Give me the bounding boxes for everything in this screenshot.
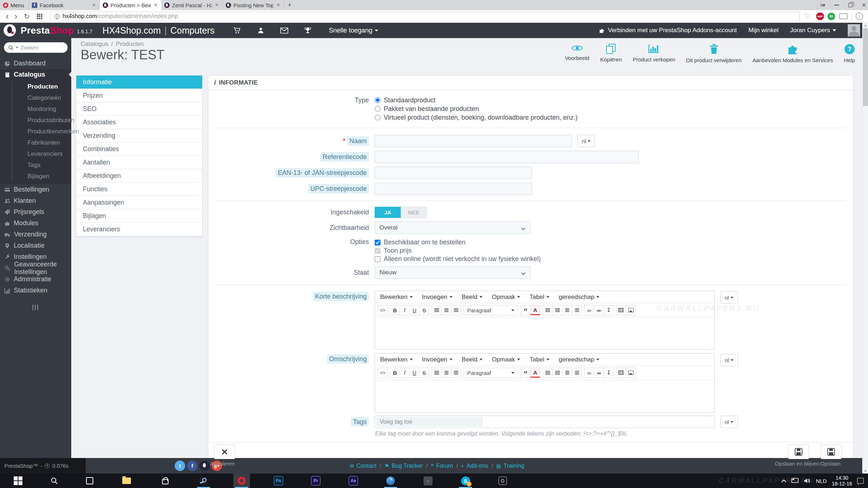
user-menu[interactable]: Joran Cuypers	[790, 27, 836, 34]
toggle-nee[interactable]: NEE	[401, 207, 427, 218]
source-code-button[interactable]: </>	[378, 305, 388, 315]
checkbox-input[interactable]	[375, 240, 380, 245]
bullet-list-button[interactable]	[542, 305, 553, 315]
start-button[interactable]	[10, 474, 26, 488]
menu-bewerken[interactable]: Bewerken	[380, 294, 413, 301]
paragraph-dropdown[interactable]: Paragraaf	[463, 305, 518, 315]
save-and-stay-button[interactable]	[788, 445, 809, 459]
green-extension-icon[interactable]: ID	[827, 13, 835, 20]
sidebar-item-modules[interactable]: Modules	[0, 218, 71, 229]
naam-language-dropdown[interactable]: nl	[578, 135, 595, 147]
action-center-icon[interactable]	[857, 478, 864, 484]
scroll-down-arrow[interactable]: ▼	[863, 469, 868, 473]
browser-tab-producten-active[interactable]: Producten > Bewerk: TEST ×	[100, 0, 161, 10]
contact-link[interactable]: Contact	[357, 463, 376, 469]
checkbox-input[interactable]	[375, 256, 380, 262]
cast-extension-icon[interactable]	[839, 13, 847, 19]
outdent-button[interactable]	[562, 368, 572, 378]
prestashop-logo[interactable]	[4, 24, 16, 37]
trophy-icon[interactable]	[304, 27, 311, 34]
duplicate-button[interactable]: Kopiëren	[600, 44, 622, 63]
addons-link[interactable]: Add-ons	[467, 463, 488, 469]
link-button[interactable]: ∞	[584, 305, 594, 315]
messages-icon[interactable]	[280, 27, 288, 34]
tab-close-icon[interactable]: ×	[92, 1, 97, 9]
align-right-button[interactable]	[451, 305, 461, 315]
aftereffects-button[interactable]: Ae	[345, 474, 362, 488]
menu-invoegen[interactable]: Invoegen	[422, 294, 452, 301]
zichtbaarheid-select[interactable]: Overal	[375, 222, 530, 234]
tab-prijzen[interactable]: Prijzen	[76, 89, 202, 102]
align-center-button[interactable]	[441, 305, 451, 315]
minimize-button[interactable]	[834, 5, 839, 5]
radio-virtueel-product[interactable]: Virtueel product (diensten, boeking, dow…	[375, 113, 578, 122]
opera-menu-button[interactable]: Menu	[0, 0, 29, 10]
radio-input[interactable]	[375, 106, 380, 112]
new-tab-button[interactable]: +	[284, 0, 295, 10]
sidebar-item-bijlagen[interactable]: Bijlagen	[12, 171, 71, 182]
sidebar-item-statistieken[interactable]: Statistieken	[0, 285, 71, 296]
italic-button[interactable]: I	[400, 368, 410, 378]
quick-access-menu[interactable]: Snelle toegang	[329, 27, 378, 34]
check-beschikbaar[interactable]: Beschikbaar om te bestellen	[375, 238, 541, 247]
radio-input[interactable]	[375, 115, 380, 120]
back-icon[interactable]: ‹	[6, 12, 9, 21]
toggle-ja[interactable]: JA	[375, 207, 401, 218]
tab-close-icon[interactable]: ×	[214, 1, 220, 9]
tab-aantallen[interactable]: Aantallen	[76, 156, 202, 169]
volume-tray-icon[interactable]	[804, 478, 811, 484]
close-button[interactable]: ×	[862, 1, 866, 9]
sidebar-item-klanten[interactable]: Klanten	[0, 195, 71, 206]
align-center-button[interactable]	[441, 368, 451, 378]
bullet-list-button[interactable]	[542, 368, 553, 378]
help-button[interactable]: ? Help	[844, 44, 855, 63]
image-button[interactable]	[626, 305, 636, 315]
sidebar-item-fabrikanten[interactable]: Fabrikanten	[12, 137, 71, 148]
table-button[interactable]	[616, 368, 626, 378]
menu-beeld[interactable]: Beeld	[462, 356, 482, 363]
avatar[interactable]	[848, 24, 860, 37]
sidebar-item-bestellingen[interactable]: Bestellingen	[0, 184, 71, 195]
tab-menu-icon[interactable]: ≡▾	[820, 2, 825, 8]
cancel-label[interactable]: Annuleren	[206, 461, 239, 467]
search-input[interactable]	[21, 44, 57, 51]
menu-tabel[interactable]: Tabel	[529, 294, 549, 301]
display-tray-icon[interactable]	[791, 478, 799, 484]
restore-button[interactable]	[848, 3, 852, 7]
tab-close-icon[interactable]: ×	[276, 1, 281, 9]
indent-button[interactable]	[572, 368, 582, 378]
sidebar-item-productattributen[interactable]: Productattributen	[12, 115, 71, 126]
scroll-up-arrow[interactable]: ▲	[863, 23, 868, 27]
customer-icon[interactable]	[257, 27, 264, 34]
underline-button[interactable]: U	[409, 305, 420, 315]
tags-language-dropdown[interactable]: nl	[720, 416, 738, 428]
logitech-button[interactable]: G	[494, 474, 511, 488]
tab-afbeeldingen[interactable]: Afbeeldingen	[76, 169, 202, 183]
tab-associaties[interactable]: Associaties	[76, 116, 202, 129]
search-scope-caret-icon[interactable]	[16, 47, 18, 48]
omschrijving-language-dropdown[interactable]: nl	[720, 354, 738, 366]
ean-input[interactable]	[375, 167, 532, 179]
menu-beeld[interactable]: Beeld	[462, 294, 482, 301]
download-icon[interactable]: ↓	[856, 13, 863, 20]
radio-standaardproduct[interactable]: Standaardproduct	[375, 96, 578, 104]
blockquote-button[interactable]: ”	[520, 305, 531, 315]
text-color-button[interactable]: A	[530, 305, 540, 315]
tab-informatie[interactable]: Informatie	[76, 76, 202, 89]
adblock-extension-icon[interactable]: ABP	[816, 13, 824, 20]
unlink-button[interactable]: ∞	[594, 368, 604, 378]
save-label[interactable]: Opslaan	[810, 461, 850, 467]
training-link[interactable]: Training	[503, 463, 524, 469]
image-button[interactable]	[626, 368, 636, 378]
grey-app-button[interactable]: ⌐	[420, 474, 436, 488]
sidebar-item-categorieen[interactable]: Categorieën	[12, 92, 71, 103]
upc-input[interactable]	[375, 183, 532, 195]
browser-tab-posting[interactable]: Posting New Topic - Presta ×	[223, 0, 284, 10]
korte-beschrijving-textarea[interactable]	[375, 317, 714, 349]
menu-invoegen[interactable]: Invoegen	[422, 356, 452, 363]
steam-button[interactable]	[195, 474, 212, 488]
naam-input[interactable]	[375, 135, 572, 147]
unlink-button[interactable]: ∞	[594, 305, 604, 315]
sidebar-item-leveranciers[interactable]: Leveranciers	[12, 148, 71, 159]
scrollbar-thumb[interactable]	[863, 28, 868, 106]
